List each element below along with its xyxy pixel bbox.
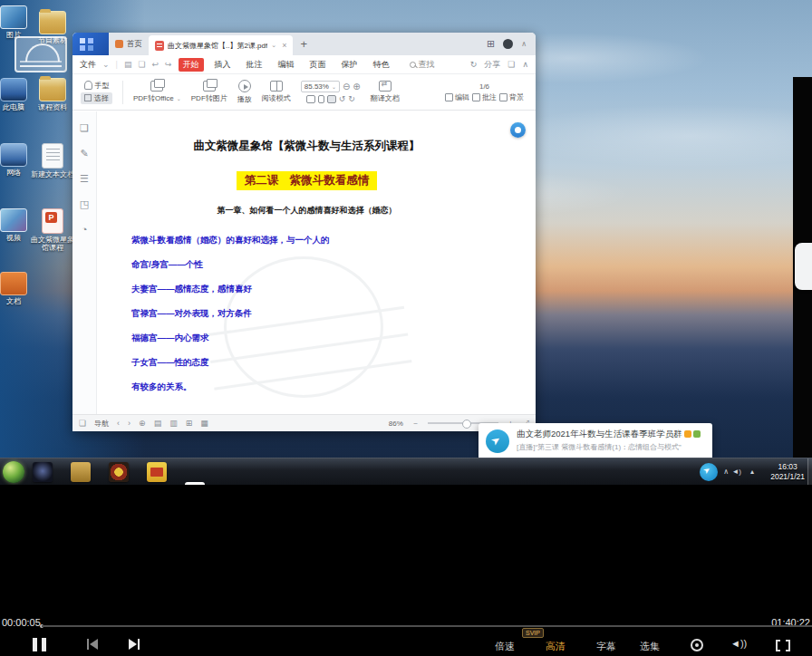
select-icon	[84, 94, 92, 101]
subtitle-button[interactable]: 字幕	[596, 640, 616, 653]
previous-button[interactable]	[87, 639, 98, 650]
taskbar-wps-icon[interactable]	[185, 482, 205, 485]
taskbar-media-app-icon[interactable]	[33, 462, 53, 482]
start-button[interactable]	[3, 461, 24, 483]
tab-caret-icon[interactable]: ⌄	[271, 42, 276, 49]
player-control-bar: 00:00:05 01:40:22 倍速 SVIP 高清 字幕 选集 ◄))	[0, 616, 812, 656]
menu-start[interactable]: 开始	[179, 58, 204, 72]
zoom-out-icon[interactable]: ⊖	[343, 82, 350, 92]
desktop-icon[interactable]: 曲文紫微星象馆课程	[27, 208, 78, 252]
undo-icon[interactable]: ↩	[151, 60, 159, 69]
next-page-icon[interactable]: ›	[128, 419, 130, 428]
tools-panel-icon[interactable]: ◔	[82, 224, 88, 235]
fit-width-icon[interactable]	[318, 95, 324, 103]
goto-page-icon[interactable]: ⊕	[139, 419, 146, 428]
desktop-icon[interactable]: 文档	[0, 272, 39, 305]
pdf-to-image-button[interactable]: PDF转图片	[191, 81, 227, 103]
menu-file[interactable]: 文件	[80, 59, 96, 71]
status-zoom-value[interactable]: 86%	[389, 420, 403, 428]
redo-icon[interactable]: ↪	[165, 60, 172, 69]
nav-label[interactable]: 导航	[94, 419, 109, 429]
comment-panel-icon[interactable]: ✎	[80, 148, 88, 159]
taskbar-security-app-icon[interactable]	[109, 462, 129, 482]
ai-assistant-button[interactable]	[510, 122, 526, 138]
find-control[interactable]: 查找	[410, 59, 435, 71]
comment-bubble-icon[interactable]: ❏	[508, 60, 515, 69]
user-avatar[interactable]	[503, 39, 513, 49]
comment-mode-button[interactable]: 批注	[472, 92, 497, 102]
save-icon[interactable]: ▤	[124, 60, 132, 69]
select-label: 选择	[94, 93, 109, 103]
taskbar-folder-app-icon[interactable]	[71, 462, 91, 482]
single-page-icon[interactable]: ▤	[154, 419, 162, 428]
tab-document[interactable]: 曲文紫微星象馆【..】第2课.pdf ⌄ ×	[149, 35, 293, 55]
message-notification[interactable]: 曲文老师2021年斗数与生活课春季班学员群 [直播]“第三课 紫微斗数看感情(1…	[478, 423, 712, 459]
tray-volume-icon[interactable]: ◄)	[731, 468, 741, 476]
translate-doc-button[interactable]: 翻译文档	[371, 81, 400, 103]
rotate-left-icon[interactable]: ↺	[339, 94, 346, 103]
svip-badge: SVIP	[522, 628, 544, 638]
pause-button[interactable]	[33, 638, 46, 651]
taskbar-stock-app-icon[interactable]	[147, 462, 167, 482]
tray-expand-icon[interactable]: ∧	[723, 468, 729, 476]
body-line: 福德宫——内心需求	[131, 333, 209, 344]
tab-home[interactable]: 首页	[109, 34, 149, 53]
menu-comment[interactable]: 批注	[242, 58, 267, 72]
tray-network-icon[interactable]: ▴	[750, 468, 754, 476]
background-button[interactable]: 背景	[499, 92, 524, 102]
new-tab-button[interactable]: +	[300, 38, 307, 50]
hand-tool[interactable]: 手型	[84, 81, 110, 91]
fullscreen-icon[interactable]	[776, 640, 790, 651]
menu-protect[interactable]: 保护	[337, 58, 362, 72]
volume-icon[interactable]: ◄))	[730, 638, 747, 649]
more-icon[interactable]: ∧	[522, 60, 528, 69]
scroll-mode-icon[interactable]: ⊞	[186, 419, 193, 428]
desktop-icon[interactable]: 新建文本文档	[27, 143, 78, 178]
fullwidth-mode-icon[interactable]: ▦	[200, 419, 208, 428]
collapse-icon[interactable]: ∧	[521, 40, 527, 48]
play-button[interactable]: 播放	[237, 80, 252, 104]
menu-special[interactable]: 特色	[369, 58, 394, 72]
playback-speed-button[interactable]: 倍速	[495, 640, 515, 653]
double-page-icon[interactable]: ▥	[169, 419, 178, 428]
zoom-select[interactable]: 85.53% ⌄	[301, 81, 340, 92]
desktop-icon[interactable]: 课程资料	[27, 78, 78, 111]
tab-close-icon[interactable]: ×	[282, 41, 286, 50]
zoom-group: 85.53% ⌄ ⊖ ⊕ ↺ ↻	[301, 81, 361, 103]
fit-page-icon[interactable]	[306, 95, 315, 103]
record-icon[interactable]	[691, 639, 703, 651]
tray-telegram-icon[interactable]	[700, 463, 718, 481]
nav-panel-icon[interactable]: ❏	[79, 419, 86, 428]
attachment-panel-icon[interactable]: ◳	[80, 198, 89, 210]
pdf-reader-window: 首页 曲文紫微星象馆【..】第2课.pdf ⌄ × + ⊞ ∧ 文件 ⌄	[72, 33, 536, 431]
select-tool[interactable]: 选择	[81, 92, 112, 104]
right-dock-handle[interactable]	[795, 243, 812, 290]
thumbnail-panel-icon[interactable]: ☰	[80, 173, 89, 185]
previous-triangle-icon	[90, 639, 98, 650]
zoom-minus-icon[interactable]: －	[411, 418, 420, 429]
rotate-right-icon[interactable]: ↻	[348, 94, 355, 103]
prev-page-icon[interactable]: ‹	[117, 419, 120, 428]
show-desktop-button[interactable]	[807, 458, 812, 485]
bookmark-panel-icon[interactable]: ❏	[80, 122, 89, 134]
tray-clock[interactable]: 16:03 2021/1/21	[770, 462, 805, 481]
progress-bar[interactable]	[42, 625, 812, 627]
next-button[interactable]	[129, 639, 140, 650]
menu-insert[interactable]: 插入	[210, 58, 236, 72]
zoom-in-icon[interactable]: ⊕	[353, 82, 360, 92]
edit-content-button[interactable]: 编辑	[445, 92, 469, 102]
apps-grid-icon[interactable]: ⊞	[487, 38, 495, 50]
read-mode-button[interactable]: 阅读模式	[262, 81, 291, 103]
sync-icon[interactable]: ↻	[470, 60, 478, 69]
wps-logo-icon[interactable]	[72, 33, 109, 55]
background-label: 背景	[509, 92, 524, 102]
menu-edit[interactable]: 编辑	[274, 58, 299, 72]
episodes-button[interactable]: 选集	[640, 640, 660, 653]
pdf-to-office-button[interactable]: PDF转Office⌄	[133, 81, 181, 103]
quality-button[interactable]: 高清	[546, 640, 566, 653]
pdf-document-page[interactable]: 曲文紫微星象馆【紫微斗数与生活系列课程】 第二课 紫微斗数看感情 第一章、如何看…	[97, 111, 535, 414]
share-button[interactable]: 分享	[484, 59, 500, 71]
menu-page[interactable]: 页面	[305, 58, 331, 72]
print-icon[interactable]: ❏	[138, 60, 145, 69]
fit-view-icon[interactable]	[327, 95, 336, 103]
